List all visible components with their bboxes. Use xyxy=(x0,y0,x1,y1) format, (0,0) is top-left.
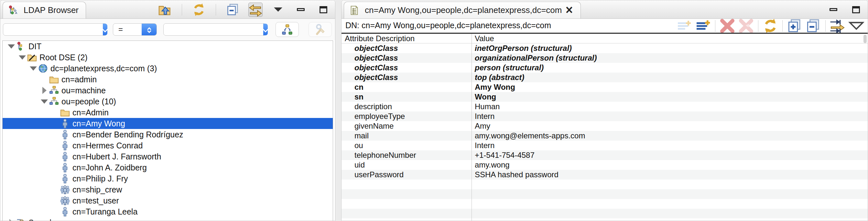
attribute-row[interactable]: cnAmy Wong xyxy=(342,82,868,92)
attribute-row[interactable]: descriptionHuman xyxy=(342,102,868,111)
minimize-icon[interactable] xyxy=(293,3,308,17)
attribute-row[interactable]: objectClassorganizationalPerson (structu… xyxy=(342,53,868,63)
search-attribute-input[interactable] xyxy=(3,24,103,35)
attribute-value-cell[interactable]: Wong xyxy=(471,92,868,102)
tree-item[interactable]: cn=Amy Wong xyxy=(3,118,333,129)
attribute-value-cell[interactable]: Intern xyxy=(471,141,868,150)
attribute-value-cell[interactable]: Human xyxy=(471,102,868,111)
spinner-icon[interactable] xyxy=(142,24,157,35)
maximize-icon[interactable] xyxy=(849,3,863,17)
attribute-description-cell[interactable]: sn xyxy=(342,92,471,102)
attribute-description-cell[interactable]: telephoneNumber xyxy=(342,151,471,160)
attribute-row[interactable]: objectClassinetOrgPerson (structural) xyxy=(342,44,868,53)
attribute-value-cell[interactable]: Amy Wong xyxy=(471,83,868,92)
fetch-operational-attributes-icon[interactable] xyxy=(830,20,846,32)
tree-item[interactable]: cn=Admin xyxy=(3,107,333,118)
tree-item[interactable]: cn=admin xyxy=(3,74,333,85)
search-operator-select[interactable]: = xyxy=(113,23,157,36)
attribute-row[interactable]: employeeTypeIntern xyxy=(342,111,868,121)
attribute-value-cell[interactable]: Intern xyxy=(471,112,868,121)
attribute-description-cell[interactable]: objectClass xyxy=(342,44,471,53)
maximize-icon[interactable] xyxy=(316,3,331,17)
tree-item[interactable]: cn=Turanga Leela xyxy=(3,206,333,217)
attribute-description-cell[interactable]: objectClass xyxy=(342,53,471,62)
search-subtree-scope-button[interactable] xyxy=(276,22,299,37)
close-icon[interactable]: ✕ xyxy=(565,5,573,16)
panel-splitter[interactable] xyxy=(335,0,341,221)
attribute-row[interactable]: givenNameAmy xyxy=(342,121,868,131)
tree-item[interactable]: cn=Hubert J. Farnsworth xyxy=(3,151,333,162)
column-header-attribute[interactable]: Attribute Description xyxy=(342,34,471,43)
attribute-value-cell[interactable]: Amy xyxy=(471,121,868,131)
attribute-value-cell[interactable]: amy.wong xyxy=(471,160,868,169)
attribute-description-cell[interactable]: objectClass xyxy=(342,63,471,72)
attribute-description-cell[interactable]: uid xyxy=(342,160,471,169)
link-with-editor-icon[interactable] xyxy=(248,3,262,17)
expand-arrow-icon[interactable] xyxy=(7,45,16,49)
tree-item-label: ou=machine xyxy=(61,86,106,95)
tree-item[interactable]: cn=ship_crew xyxy=(3,184,333,195)
tree-item[interactable]: ou=people (10) xyxy=(3,96,333,107)
tree-item[interactable]: dc=planetexpress,dc=com (3) xyxy=(3,63,333,74)
attribute-row[interactable]: objectClassperson (structural) xyxy=(342,63,868,73)
attribute-value-cell[interactable]: person (structural) xyxy=(471,63,868,72)
refresh-icon[interactable] xyxy=(762,20,778,32)
column-header-value[interactable]: Value xyxy=(471,34,868,43)
open-parent-folder-icon[interactable] xyxy=(158,3,172,17)
tree-item[interactable]: cn=test_user xyxy=(3,195,333,206)
attribute-value-cell[interactable]: amy.wong@elements-apps.com xyxy=(471,131,868,140)
expand-all-icon[interactable] xyxy=(786,20,803,32)
chevron-down-icon[interactable] xyxy=(263,24,268,35)
chevron-down-icon[interactable] xyxy=(103,24,107,35)
search-attribute-combo[interactable] xyxy=(3,23,107,36)
collapse-arrow-icon[interactable] xyxy=(40,87,49,94)
attribute-row[interactable]: objectClasstop (abstract) xyxy=(342,73,868,82)
table-scrollbar[interactable] xyxy=(864,35,867,43)
attribute-value-cell[interactable]: organizationalPerson (structural) xyxy=(471,53,868,62)
search-value-input[interactable] xyxy=(164,24,263,35)
view-menu-icon[interactable] xyxy=(848,20,864,32)
attribute-row[interactable]: ouIntern xyxy=(342,141,868,150)
expand-arrow-icon[interactable] xyxy=(29,66,37,71)
tree-item[interactable]: cn=Philip J. Fry xyxy=(3,173,333,184)
attribute-row[interactable]: snWong xyxy=(342,92,868,102)
attribute-description-cell[interactable]: cn xyxy=(342,83,471,92)
tree-item[interactable]: DIT xyxy=(3,41,333,52)
expand-arrow-icon[interactable] xyxy=(18,55,27,60)
tree-item[interactable]: Root DSE (2) xyxy=(3,52,333,63)
attribute-row[interactable]: uidamy.wong xyxy=(342,160,868,170)
attribute-value-cell[interactable]: +1-541-754-4587 xyxy=(471,151,868,160)
attribute-value-cell[interactable]: inetOrgPerson (structural) xyxy=(471,44,868,53)
attribute-value-cell[interactable]: SSHA hashed password xyxy=(471,170,868,179)
tree-item[interactable]: cn=John A. Zoidberg xyxy=(3,162,333,173)
minimize-icon[interactable] xyxy=(826,3,840,17)
tree-item[interactable]: Searches xyxy=(3,217,333,221)
tab-entry-editor[interactable]: cn=Amy Wong,ou=people,dc=planetexpress,d… xyxy=(344,2,581,19)
attribute-row[interactable]: mailamy.wong@elements-apps.com xyxy=(342,131,868,141)
entry-document-icon xyxy=(349,5,359,15)
attribute-description-cell[interactable]: ou xyxy=(342,141,471,150)
attribute-description-cell[interactable]: description xyxy=(342,102,471,111)
attribute-description-cell[interactable]: givenName xyxy=(342,121,471,131)
refresh-icon[interactable] xyxy=(192,3,206,17)
column-divider[interactable] xyxy=(471,34,472,221)
delete-value-icon[interactable] xyxy=(719,20,735,32)
attribute-row[interactable]: userPasswordSSHA hashed password xyxy=(342,170,868,179)
collapse-all-icon[interactable] xyxy=(805,20,822,32)
attribute-description-cell[interactable]: employeeType xyxy=(342,112,471,121)
expand-arrow-icon[interactable] xyxy=(40,100,49,104)
attribute-description-cell[interactable]: mail xyxy=(342,131,471,140)
view-menu-icon[interactable] xyxy=(271,3,285,17)
attribute-row[interactable]: telephoneNumber+1-541-754-4587 xyxy=(342,150,868,160)
tab-ldap-browser[interactable]: L D A LDAP Browser xyxy=(3,2,86,19)
attribute-value-cell[interactable]: top (abstract) xyxy=(471,73,868,82)
collapse-all-icon[interactable] xyxy=(226,3,240,17)
collapse-arrow-icon[interactable] xyxy=(7,219,16,221)
tree-item[interactable]: cn=Hermes Conrad xyxy=(3,140,333,151)
new-attribute-icon[interactable] xyxy=(695,20,711,32)
search-value-combo[interactable] xyxy=(163,23,266,36)
attribute-description-cell[interactable]: userPassword xyxy=(342,170,471,179)
tree-item[interactable]: ou=machine xyxy=(3,85,333,96)
tree-item[interactable]: cn=Bender Bending Rodríguez xyxy=(3,129,333,140)
attribute-description-cell[interactable]: objectClass xyxy=(342,73,471,82)
